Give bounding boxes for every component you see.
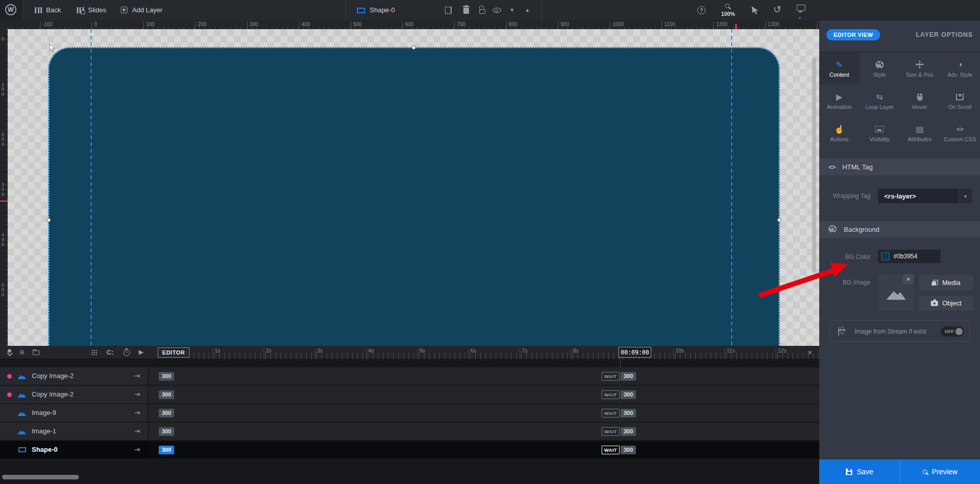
device-caret-icon: ▾ bbox=[799, 8, 801, 28]
wait-badge[interactable]: WAIT bbox=[602, 427, 620, 436]
preview-button[interactable]: Preview bbox=[900, 459, 980, 484]
shape-0-layer[interactable] bbox=[49, 48, 779, 346]
tab-visibility[interactable]: Visibility bbox=[860, 117, 900, 149]
v-ruler-label: 0 bbox=[2, 36, 4, 41]
wait-duration-badge[interactable]: 300 bbox=[621, 390, 636, 399]
timeline-row[interactable]: Image-9 ⇥ 300 WAIT 300 bbox=[0, 404, 819, 422]
bg-color-label: BG Color bbox=[819, 250, 870, 263]
jump-to-end-icon[interactable]: ⇥ bbox=[134, 441, 140, 458]
layer-row-label[interactable]: Image-1 ⇥ bbox=[0, 423, 148, 440]
jump-to-end-icon[interactable]: ⇥ bbox=[134, 404, 140, 422]
background-section-header[interactable]: Background bbox=[819, 221, 980, 238]
tab-content[interactable]: ✎ Content bbox=[819, 52, 860, 84]
zoom-level[interactable]: 100% bbox=[718, 11, 738, 17]
zoom-icon[interactable] bbox=[725, 4, 730, 8]
start-duration-badge[interactable]: 300 bbox=[159, 390, 174, 399]
back-button[interactable]: Back bbox=[46, 0, 61, 20]
wait-duration-badge[interactable]: 300 bbox=[621, 409, 636, 417]
save-button[interactable]: Save bbox=[819, 459, 900, 484]
remove-bg-image-icon[interactable]: × bbox=[903, 274, 914, 284]
lock-layer-icon[interactable] bbox=[479, 9, 485, 14]
timeline-horizontal-scrollbar[interactable] bbox=[2, 475, 79, 479]
tab-style[interactable]: Style bbox=[860, 52, 900, 84]
tab-actions[interactable]: ☝ Actions bbox=[819, 117, 860, 149]
tab-animation[interactable]: ▶ Animation bbox=[819, 84, 860, 117]
wait-badge[interactable]: WAIT bbox=[602, 372, 620, 381]
bg-color-swatch[interactable] bbox=[881, 252, 889, 260]
magnet-snap-icon[interactable]: C: bbox=[106, 346, 114, 359]
wait-duration-badge[interactable]: 300 bbox=[621, 427, 636, 436]
jump-to-end-icon[interactable]: ⇥ bbox=[134, 386, 140, 403]
tab-attributes[interactable]: ▤ Attributes bbox=[900, 117, 940, 149]
duplicate-layer-icon[interactable] bbox=[445, 7, 452, 14]
selected-layer-name[interactable]: Shape-0 bbox=[370, 0, 395, 20]
media-button[interactable]: Media bbox=[919, 275, 973, 290]
layers-view-icon[interactable] bbox=[7, 349, 13, 356]
jump-to-end-icon[interactable]: ⇥ bbox=[134, 367, 140, 385]
help-icon[interactable]: ? bbox=[697, 6, 706, 14]
tab-on-scroll[interactable]: On Scroll bbox=[940, 84, 980, 117]
stream-toggle[interactable]: OFF bbox=[941, 326, 964, 337]
start-duration-badge[interactable]: 300 bbox=[159, 372, 174, 381]
group-folder-icon[interactable] bbox=[33, 350, 39, 355]
timeline-row[interactable]: Image-1 ⇥ 300 WAIT 300 bbox=[0, 423, 819, 440]
h-ruler-label: -100 bbox=[42, 21, 53, 27]
layer-row-label[interactable]: Copy Image-2 ⇥ bbox=[0, 386, 148, 403]
layer-row-label[interactable]: Shape-0 ⇥ bbox=[0, 441, 148, 458]
close-timeline-icon[interactable]: × bbox=[805, 347, 815, 357]
start-duration-badge[interactable]: 300 bbox=[159, 427, 174, 436]
stopwatch-icon[interactable] bbox=[123, 349, 130, 356]
h-ruler-label: 1100 bbox=[664, 21, 675, 27]
v-ruler-label: 2 0 0 bbox=[2, 132, 4, 147]
timeline-row[interactable]: Copy Image-2 ⇥ 300 WAIT 300 bbox=[0, 367, 819, 385]
object-button[interactable]: Object bbox=[919, 296, 973, 311]
wait-duration-badge[interactable]: 300 bbox=[621, 446, 636, 454]
timeline-ruler[interactable] bbox=[194, 353, 819, 359]
move-up-icon[interactable]: ▲ bbox=[525, 0, 530, 20]
bg-color-value[interactable]: #0b3954 bbox=[893, 250, 918, 263]
keyframe-dot bbox=[7, 374, 12, 379]
visibility-eye-icon[interactable] bbox=[493, 8, 501, 13]
wait-badge[interactable]: WAIT bbox=[602, 390, 620, 399]
resize-handle-right[interactable] bbox=[777, 218, 781, 222]
resize-handle-left[interactable] bbox=[47, 218, 51, 222]
add-layer-button[interactable]: Add Layer bbox=[132, 0, 162, 20]
tab-adv-style[interactable]: ◑ Adv. Style bbox=[940, 52, 980, 84]
wordpress-menu[interactable]: W bbox=[0, 0, 23, 20]
jump-to-end-icon[interactable]: ⇥ bbox=[134, 423, 140, 440]
list-view-icon[interactable]: ≡ bbox=[19, 346, 24, 359]
canvas-vertical-scrollbar[interactable] bbox=[812, 57, 816, 272]
editor-mode-button[interactable]: EDITOR bbox=[158, 347, 189, 358]
html-tag-section-header[interactable]: <> HTML Tag bbox=[819, 159, 980, 175]
tab-custom-css[interactable]: <> Custom CSS bbox=[940, 117, 980, 149]
wait-duration-badge[interactable]: 300 bbox=[621, 372, 636, 381]
play-timeline-icon[interactable]: ▶ bbox=[139, 346, 143, 359]
tab-hover[interactable]: Hover bbox=[900, 84, 940, 117]
wait-badge[interactable]: WAIT bbox=[602, 446, 620, 454]
layer-row-label[interactable]: Image-9 ⇥ bbox=[0, 404, 148, 422]
h-ruler-label: 700 bbox=[457, 21, 465, 27]
tab-loop-layer[interactable]: ⇆ Loop Layer bbox=[860, 84, 900, 117]
editor-view-badge[interactable]: EDITOR VIEW bbox=[826, 29, 880, 40]
start-duration-badge[interactable]: 300 bbox=[159, 446, 174, 454]
layer-row-label[interactable]: Copy Image-2 ⇥ bbox=[0, 367, 148, 385]
bg-color-field[interactable]: #0b3954 bbox=[878, 250, 941, 263]
add-layer-icon bbox=[121, 7, 127, 13]
undo-icon[interactable]: ↺ bbox=[773, 0, 781, 19]
timeline-row-selected[interactable]: Shape-0 ⇥ 300 WAIT 300 bbox=[0, 441, 819, 458]
chevron-down-icon[interactable]: ▾ bbox=[958, 189, 972, 203]
start-duration-badge[interactable]: 300 bbox=[159, 409, 174, 417]
h-ruler-label: 200 bbox=[198, 21, 206, 27]
slides-button[interactable]: Slides bbox=[88, 0, 106, 20]
wrapping-tag-select[interactable]: <rs-layer> bbox=[878, 189, 958, 203]
wait-badge[interactable]: WAIT bbox=[602, 409, 620, 417]
h-ruler-label: 900 bbox=[561, 21, 569, 27]
resize-handle-top[interactable] bbox=[412, 46, 416, 50]
slide-canvas[interactable] bbox=[8, 29, 819, 346]
timeline-row[interactable]: Copy Image-2 ⇥ 300 WAIT 300 bbox=[0, 386, 819, 403]
pointer-tool-icon[interactable] bbox=[752, 6, 758, 14]
delete-layer-icon[interactable] bbox=[463, 8, 469, 14]
tab-size-pos[interactable]: Size & Pos bbox=[900, 52, 940, 84]
move-down-icon[interactable]: ▼ bbox=[509, 0, 515, 20]
snap-grid-icon[interactable] bbox=[91, 349, 98, 356]
